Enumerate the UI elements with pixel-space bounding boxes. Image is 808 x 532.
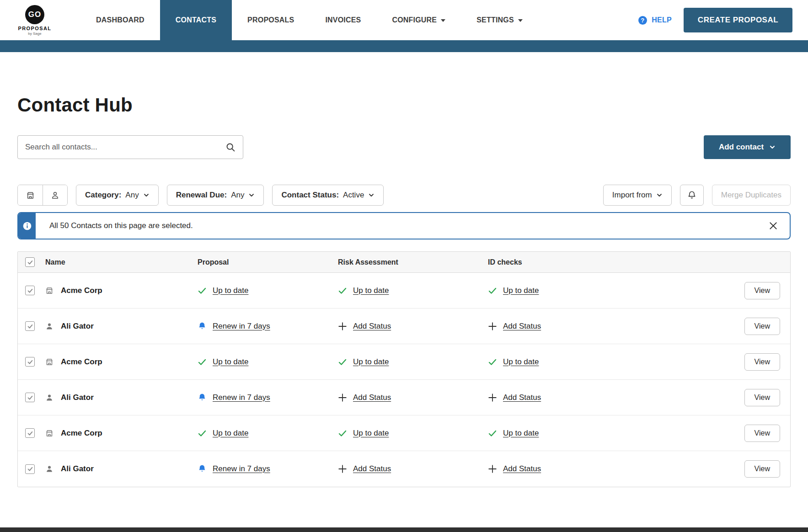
person-icon	[45, 394, 61, 402]
search-icon[interactable]	[225, 142, 235, 152]
row-actions: View	[736, 460, 780, 478]
status-link[interactable]: Up to date	[353, 357, 389, 367]
bell-icon	[198, 464, 207, 473]
risk-status-cell: Up to date	[338, 429, 488, 438]
help-label: HELP	[652, 16, 672, 24]
nav-item-label: CONTACTS	[176, 16, 216, 24]
chevron-down-icon	[518, 19, 523, 22]
proposal-status-cell: Up to date	[198, 286, 338, 295]
chevron-down-icon	[769, 144, 776, 150]
bell-icon	[198, 322, 207, 331]
check-icon	[198, 357, 207, 367]
page-title: Contact Hub	[17, 94, 791, 116]
status-link[interactable]: Add Status	[353, 393, 391, 402]
nav-item-proposals[interactable]: PROPOSALS	[232, 0, 310, 40]
contact-status-filter[interactable]: Contact Status: Active	[272, 185, 384, 206]
nav-item-contacts[interactable]: CONTACTS	[160, 0, 232, 40]
status-link[interactable]: Renew in 7 days	[213, 464, 270, 473]
status-link[interactable]: Add Status	[503, 322, 541, 331]
status-link[interactable]: Up to date	[353, 429, 389, 438]
contact-type-toggle	[17, 185, 68, 206]
table-row: Acme Corp Up to date Up to date Up to da…	[18, 344, 790, 380]
status-link[interactable]: Add Status	[353, 322, 391, 331]
help-button[interactable]: ? HELP	[638, 16, 672, 25]
row-checkbox[interactable]	[25, 321, 35, 331]
nav-item-configure[interactable]: CONFIGURE	[376, 0, 461, 40]
renewal-due-filter[interactable]: Renewal Due: Any	[167, 185, 264, 206]
close-banner-button[interactable]	[769, 221, 778, 230]
row-checkbox[interactable]	[25, 357, 35, 367]
row-checkbox[interactable]	[25, 286, 35, 295]
row-checkbox[interactable]	[25, 428, 35, 438]
row-actions: View	[736, 353, 780, 371]
selection-banner: All 50 Contacts on this page are selecte…	[17, 212, 791, 239]
nav-item-label: INVOICES	[325, 16, 361, 24]
search-input[interactable]	[25, 143, 225, 152]
nav-item-settings[interactable]: SETTINGS	[461, 0, 538, 40]
status-link[interactable]: Up to date	[213, 357, 248, 367]
top-navbar: GO PROPOSAL by Sage DASHBOARD CONTACTS P…	[0, 0, 808, 40]
status-link[interactable]: Up to date	[503, 429, 539, 438]
nav-item-label: SETTINGS	[476, 16, 514, 24]
building-icon	[45, 287, 61, 295]
proposal-status-cell: Renew in 7 days	[198, 393, 338, 402]
nav-item-invoices[interactable]: INVOICES	[310, 0, 376, 40]
search-row: Add contact	[17, 135, 791, 159]
view-button[interactable]: View	[744, 389, 780, 406]
person-icon	[51, 191, 59, 200]
view-button[interactable]: View	[744, 460, 780, 478]
status-link[interactable]: Add Status	[353, 464, 391, 473]
status-link[interactable]: Up to date	[213, 429, 248, 438]
logo-byline: by Sage	[16, 32, 54, 36]
person-icon	[45, 322, 61, 330]
close-icon	[769, 221, 778, 230]
category-filter[interactable]: Category: Any	[76, 185, 159, 206]
view-button[interactable]: View	[744, 353, 780, 371]
import-from-button[interactable]: Import from	[603, 185, 672, 206]
status-link[interactable]: Add Status	[503, 464, 541, 473]
bell-icon	[198, 393, 207, 402]
row-checkbox[interactable]	[25, 464, 35, 474]
plus-icon	[338, 322, 347, 331]
select-all-checkbox[interactable]	[25, 257, 35, 267]
check-icon	[198, 429, 207, 438]
view-button[interactable]: View	[744, 282, 780, 299]
contact-name: Ali Gator	[61, 322, 198, 331]
contacts-table: Name Proposal Risk Assessment ID checks …	[17, 251, 791, 487]
create-proposal-button[interactable]: CREATE PROPOSAL	[684, 8, 792, 32]
navbar-accent-strip	[0, 40, 808, 52]
nav-item-dashboard[interactable]: DASHBOARD	[80, 0, 160, 40]
notifications-button[interactable]	[680, 185, 704, 206]
app-logo[interactable]: GO PROPOSAL by Sage	[16, 5, 54, 36]
status-link[interactable]: Up to date	[503, 357, 539, 367]
contact-name: Ali Gator	[61, 464, 198, 473]
chevron-down-icon	[656, 192, 663, 198]
status-link[interactable]: Renew in 7 days	[213, 322, 270, 331]
svg-text:?: ?	[641, 16, 644, 23]
status-link[interactable]: Add Status	[503, 393, 541, 402]
building-icon	[26, 191, 35, 200]
filter-companies-button[interactable]	[18, 185, 43, 205]
view-button[interactable]: View	[744, 425, 780, 442]
filter-people-button[interactable]	[43, 185, 67, 205]
banner-message: All 50 Contacts on this page are selecte…	[49, 221, 193, 230]
status-link[interactable]: Up to date	[503, 286, 539, 295]
status-link[interactable]: Up to date	[353, 286, 389, 295]
row-checkbox[interactable]	[25, 393, 35, 402]
chevron-down-icon	[368, 192, 375, 198]
category-filter-value: Any	[125, 191, 139, 200]
check-icon	[488, 286, 497, 295]
idchecks-status-cell: Up to date	[488, 357, 736, 367]
building-icon	[45, 358, 61, 366]
contact-status-filter-label: Contact Status:	[281, 191, 339, 200]
view-button[interactable]: View	[744, 318, 780, 335]
idchecks-status-cell: Up to date	[488, 286, 736, 295]
status-link[interactable]: Up to date	[213, 286, 248, 295]
filter-toolbar: Category: Any Renewal Due: Any Contact S…	[17, 185, 791, 206]
renewal-due-filter-value: Any	[231, 191, 244, 200]
add-contact-button[interactable]: Add contact	[704, 135, 791, 159]
person-icon	[45, 465, 61, 473]
plus-icon	[488, 322, 497, 331]
risk-status-cell: Add Status	[338, 393, 488, 402]
status-link[interactable]: Renew in 7 days	[213, 393, 270, 402]
